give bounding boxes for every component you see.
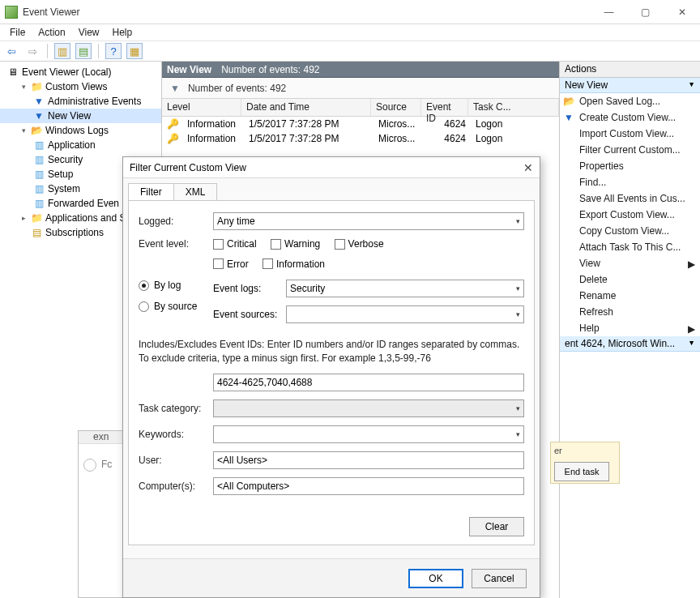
tree-admin-events[interactable]: ▼Administrative Events (0, 94, 161, 109)
action-find[interactable]: Find... (560, 174, 700, 190)
chk-critical[interactable]: Critical (213, 238, 257, 250)
logged-label: Logged: (139, 216, 213, 227)
table-row[interactable]: 🔑 Information 1/5/2017 7:37:28 PM Micros… (162, 131, 559, 146)
key-icon: 🔑 (167, 133, 179, 144)
computers-label: Computer(s): (139, 481, 213, 492)
action-import-custom-view[interactable]: Import Custom View... (560, 126, 700, 142)
minimize-button[interactable]: — (591, 0, 627, 24)
keywords-combo[interactable]: ▾ (213, 425, 524, 443)
action-open-saved-log[interactable]: 📂Open Saved Log... (560, 93, 700, 109)
action-export-custom-view[interactable]: Export Custom View... (560, 207, 700, 223)
chevron-down-icon: ▾ (516, 310, 520, 318)
center-header-title: New View (167, 64, 211, 75)
collapse-icon[interactable]: ▾ (19, 126, 28, 135)
funnel-icon: ▼ (170, 83, 180, 94)
tree-custom-views[interactable]: ▾📁Custom Views (0, 79, 161, 94)
center-header: New View Number of events: 492 (162, 62, 559, 78)
back-button[interactable]: ⇦ (3, 43, 19, 59)
chevron-down-icon: ▾ (516, 404, 520, 412)
user-label: User: (139, 455, 213, 466)
tree-new-view[interactable]: ▼New View (0, 109, 161, 123)
tree-root[interactable]: 🖥Event Viewer (Local) (0, 65, 161, 79)
dialog-title: Filter Current Custom View (130, 162, 246, 173)
toolbar-help-button[interactable]: ? (105, 43, 122, 59)
tree-windows-logs[interactable]: ▾📂Windows Logs (0, 123, 161, 138)
menubar: File Action View Help (0, 24, 700, 41)
event-logs-combo[interactable]: Security▾ (286, 280, 524, 297)
event-sources-label: Event sources: (213, 309, 286, 320)
log-icon: ▥ (32, 197, 45, 210)
task-category-label: Task category: (139, 403, 213, 414)
expand-icon[interactable]: ▸ (19, 214, 28, 223)
keywords-label: Keywords: (139, 429, 213, 440)
action-create-custom-view[interactable]: ▼Create Custom View... (560, 109, 700, 126)
tree-application[interactable]: ▥Application (0, 138, 161, 152)
actions-pane: Actions New View▲ 📂Open Saved Log... ▼Cr… (559, 62, 700, 598)
event-level-label: Event level: (139, 238, 213, 250)
action-delete[interactable]: Delete (560, 271, 700, 288)
subscriptions-icon: ▤ (30, 226, 43, 239)
action-properties[interactable]: Properties (560, 158, 700, 174)
collapse-icon[interactable]: ▾ (19, 83, 28, 92)
tab-filter[interactable]: Filter (128, 183, 174, 200)
actions-section-new-view[interactable]: New View▲ (560, 78, 700, 93)
menu-file[interactable]: File (3, 25, 32, 40)
radio-by-log[interactable]: By log (139, 280, 213, 291)
col-source[interactable]: Source (371, 99, 421, 116)
funnel-icon: ▼ (32, 95, 45, 108)
action-view[interactable]: View▶ (560, 255, 700, 271)
center-header-count: Number of events: 492 (221, 64, 319, 75)
computers-input[interactable] (213, 477, 524, 495)
col-level[interactable]: Level (162, 99, 241, 116)
event-sources-combo[interactable]: ▾ (286, 305, 524, 323)
grid-header: Level Date and Time Source Event ID Task… (162, 99, 559, 117)
action-attach-task[interactable]: Attach Task To This C... (560, 239, 700, 255)
dialog-footer: OK Cancel (123, 558, 540, 597)
toolbar-btn-3[interactable]: ▦ (126, 43, 143, 59)
forward-button[interactable]: ⇨ (24, 43, 41, 59)
filter-bar: ▼ Number of events: 492 (162, 78, 559, 99)
funnel-icon: ▼ (563, 112, 574, 123)
menu-action[interactable]: Action (32, 25, 71, 40)
table-row[interactable]: 🔑 Information 1/5/2017 7:37:28 PM Micros… (162, 117, 559, 131)
menu-view[interactable]: View (72, 25, 106, 40)
toolbar-separator (47, 44, 48, 58)
task-category-combo[interactable]: ▾ (213, 399, 524, 417)
chk-warning[interactable]: Warning (271, 238, 320, 250)
action-filter-current[interactable]: Filter Current Custom... (560, 142, 700, 158)
action-copy-custom-view[interactable]: Copy Custom View... (560, 223, 700, 239)
tab-xml[interactable]: XML (173, 183, 218, 200)
chk-error[interactable]: Error (213, 258, 249, 270)
dialog-titlebar: Filter Current Custom View ✕ (123, 157, 540, 178)
folder-icon: 📁 (30, 211, 43, 224)
col-event-id[interactable]: Event ID (421, 99, 468, 116)
key-icon: 🔑 (167, 118, 179, 130)
chevron-right-icon: ▶ (688, 323, 695, 335)
blank-icon (19, 229, 28, 237)
menu-help[interactable]: Help (106, 25, 139, 40)
chk-information[interactable]: Information (262, 258, 325, 270)
col-date[interactable]: Date and Time (241, 99, 371, 116)
clear-button[interactable]: Clear (469, 517, 524, 536)
col-task[interactable]: Task C... (468, 99, 559, 116)
radio-by-source[interactable]: By source (139, 301, 213, 312)
filter-dialog: Filter Current Custom View ✕ Filter XML … (122, 156, 540, 598)
toolbar-btn-2[interactable]: ▤ (75, 43, 92, 59)
chevron-up-icon: ▲ (688, 340, 695, 348)
action-help[interactable]: Help▶ (560, 320, 700, 336)
user-input[interactable] (213, 451, 524, 469)
close-button[interactable]: ✕ (664, 0, 700, 24)
ok-button[interactable]: OK (408, 569, 463, 588)
event-ids-input[interactable] (213, 374, 524, 391)
action-refresh[interactable]: Refresh (560, 304, 700, 320)
action-rename[interactable]: Rename (560, 288, 700, 304)
end-task-button[interactable]: End task (554, 462, 609, 481)
cancel-button[interactable]: Cancel (472, 569, 527, 588)
logged-combo[interactable]: Any time▾ (213, 212, 524, 230)
actions-section-event[interactable]: ent 4624, Microsoft Win...▲ (560, 336, 700, 352)
chk-verbose[interactable]: Verbose (335, 238, 384, 250)
dialog-close-button[interactable]: ✕ (523, 161, 533, 174)
action-save-all-events[interactable]: Save All Events in Cus... (560, 190, 700, 207)
maximize-button[interactable]: ▢ (627, 0, 664, 24)
toolbar-btn-1[interactable]: ▥ (54, 43, 70, 59)
